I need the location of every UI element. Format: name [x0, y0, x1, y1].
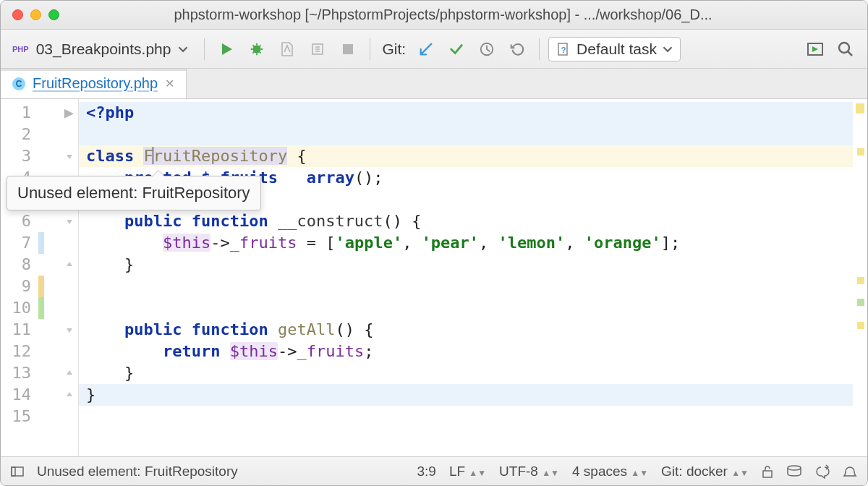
minimize-window-button[interactable]	[30, 9, 41, 20]
tab-label: FruitRepository.php	[33, 75, 158, 92]
git-commit-button[interactable]	[443, 36, 469, 62]
fold-end-icon[interactable]	[38, 254, 78, 276]
search-everywhere-button[interactable]	[833, 36, 859, 62]
inspection-tooltip: Unused element: FruitRepository	[7, 176, 261, 210]
change-marker[interactable]	[38, 297, 44, 319]
stop-button[interactable]	[335, 36, 361, 62]
warning-marker[interactable]	[857, 322, 864, 329]
run-configuration-selector[interactable]: ? Default task	[548, 37, 681, 61]
git-revert-button[interactable]	[504, 36, 530, 62]
editor-tabs: C FruitRepository.php ✕	[1, 69, 867, 99]
inspection-profile-icon[interactable]	[786, 465, 802, 478]
class-icon: C	[12, 77, 25, 90]
file-selector[interactable]: PHP 03_Breakpoints.php	[9, 38, 195, 61]
code-editor[interactable]: 1 2 3 4 5 6 7 8 9 10 11 12 13 14 15 ▶	[1, 99, 867, 456]
run-line-icon[interactable]: ▶	[38, 102, 78, 124]
status-message: Unused element: FruitRepository	[37, 464, 238, 479]
php-listen-icon[interactable]	[815, 464, 830, 479]
debug-button[interactable]	[244, 36, 270, 62]
tool-window-toggle-icon[interactable]	[11, 465, 24, 478]
git-update-button[interactable]	[413, 36, 439, 62]
error-stripe[interactable]	[853, 99, 867, 456]
coverage-button[interactable]	[274, 36, 300, 62]
svg-rect-2	[343, 44, 353, 54]
git-history-button[interactable]	[474, 36, 500, 62]
fold-icon[interactable]	[38, 145, 78, 167]
svg-text:?: ?	[561, 46, 566, 54]
main-toolbar: PHP 03_Breakpoints.php Git: ? Default ta…	[1, 30, 867, 69]
close-window-button[interactable]	[12, 9, 23, 20]
status-caret-position[interactable]: 3:9	[417, 464, 435, 479]
change-marker[interactable]	[38, 276, 44, 297]
toolbar-separator	[539, 38, 540, 60]
warning-marker[interactable]	[857, 148, 864, 155]
warning-marker[interactable]	[857, 277, 864, 284]
status-encoding[interactable]: UTF-8 ▲▼	[499, 464, 559, 479]
ide-window: phpstorm-workshop [~/PhpstormProjects/ph…	[0, 0, 868, 486]
titlebar: phpstorm-workshop [~/PhpstormProjects/ph…	[1, 1, 867, 30]
toolbar-separator	[370, 38, 370, 60]
fold-end-icon[interactable]	[38, 362, 78, 384]
svg-rect-9	[12, 467, 15, 476]
svg-point-11	[788, 466, 801, 470]
run-anything-button[interactable]	[802, 36, 828, 62]
toolbar-separator	[204, 38, 205, 60]
git-label: Git:	[379, 40, 409, 58]
chevron-down-icon	[663, 44, 673, 54]
analysis-status-icon[interactable]	[856, 103, 864, 114]
php-file-icon: PHP	[12, 45, 29, 54]
tab-fruitrepository[interactable]: C FruitRepository.php ✕	[1, 69, 187, 98]
chevron-down-icon	[178, 44, 188, 54]
info-marker[interactable]	[857, 299, 864, 306]
traffic-lights	[12, 9, 59, 20]
status-indent[interactable]: 4 spaces ▲▼	[572, 464, 648, 479]
svg-point-7	[839, 43, 849, 53]
status-bar: Unused element: FruitRepository 3:9 LF ▲…	[1, 456, 867, 485]
status-line-separator[interactable]: LF ▲▼	[449, 464, 486, 479]
line-number-gutter: 1 2 3 4 5 6 7 8 9 10 11 12 13 14 15	[1, 99, 38, 456]
profile-button[interactable]	[305, 36, 331, 62]
fold-end-icon[interactable]	[38, 384, 78, 406]
change-marker[interactable]	[38, 232, 44, 254]
code-area[interactable]: <?php class FruitRepository { procted $ …	[79, 99, 853, 456]
close-tab-icon[interactable]: ✕	[165, 77, 174, 90]
glyph-gutter[interactable]: ▶	[38, 99, 79, 456]
notifications-icon[interactable]	[843, 464, 857, 479]
run-button[interactable]	[213, 36, 239, 62]
fold-icon[interactable]	[38, 319, 78, 341]
read-only-toggle-icon[interactable]	[762, 465, 773, 478]
window-title: phpstorm-workshop [~/PhpstormProjects/ph…	[74, 7, 856, 23]
status-git-branch[interactable]: Git: docker ▲▼	[661, 464, 749, 479]
fold-icon[interactable]	[38, 210, 78, 232]
svg-rect-8	[12, 467, 23, 476]
doc-icon: ?	[556, 42, 571, 56]
zoom-window-button[interactable]	[48, 9, 59, 20]
svg-rect-10	[763, 471, 772, 477]
